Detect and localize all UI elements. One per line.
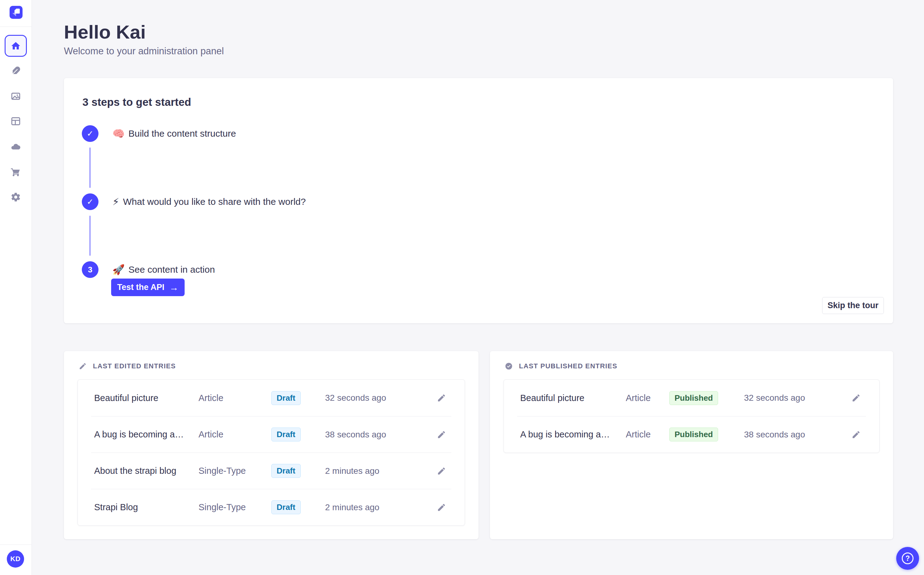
entry-title: Beautiful picture [520,393,626,403]
entry-title: A bug is becoming a… [520,429,626,440]
strapi-logo-mark-shadow [12,13,16,16]
status-text: Draft [277,466,295,475]
sidebar-item-media-library[interactable] [5,85,27,107]
entry-time: 32 seconds ago [744,393,849,403]
entry-type: Article [199,393,271,403]
sidebar-item-settings[interactable] [5,186,27,208]
entry-time: 38 seconds ago [325,430,435,440]
sidebar-item-content-manager[interactable] [5,60,27,82]
page-subtitle: Welcome to your administration panel [64,46,224,57]
last-edited-header: LAST EDITED ENTRIES [64,351,478,370]
step-label-text: See content in action [128,264,215,275]
step-number-badge: 3 [82,261,99,278]
step-done-check-icon: ✓ [82,194,99,210]
status-text: Draft [277,430,295,439]
status-badge: Draft [271,427,301,442]
rocket-emoji-icon: 🚀 [112,264,125,275]
edit-entry-button[interactable] [435,501,448,514]
step-connector [89,216,91,256]
layout-icon [11,116,21,127]
status-badge: Draft [271,464,301,478]
picture-icon [11,91,21,102]
last-edited-table: Beautiful picture Article Draft 32 secon… [78,380,465,526]
sidebar-item-deploy[interactable] [5,136,27,158]
avatar[interactable]: KD [7,550,24,568]
tour-step-1: ✓ 🧠 Build the content structure [82,125,236,142]
entry-time: 2 minutes ago [325,466,435,476]
last-published-header: LAST PUBLISHED ENTRIES [490,351,893,370]
home-icon [11,41,21,51]
entry-time: 2 minutes ago [325,502,435,512]
question-mark-icon: ? [902,553,913,564]
table-row[interactable]: About the strapi blog Single-Type Draft … [91,453,451,489]
test-api-label: Test the API [117,283,164,292]
gear-icon [11,192,21,202]
section-title: LAST PUBLISHED ENTRIES [519,362,617,370]
last-published-card: LAST PUBLISHED ENTRIES Beautiful picture… [490,351,893,539]
last-edited-card: LAST EDITED ENTRIES Beautiful picture Ar… [64,351,478,539]
check-glyph: ✓ [87,129,94,138]
step-label: 🚀 See content in action [112,264,215,275]
entry-title: Strapi Blog [94,502,199,512]
status-text: Published [675,393,713,403]
status-text: Draft [277,393,295,403]
pencil-icon [79,362,87,370]
test-api-button[interactable]: Test the API → [111,278,185,296]
onboarding-card: 3 steps to get started ✓ 🧠 Build the con… [64,78,893,323]
feather-pen-icon [11,66,21,76]
step-done-check-icon: ✓ [82,125,99,142]
entry-time: 32 seconds ago [325,393,435,403]
lightning-emoji-icon: ⚡ [112,196,119,208]
entry-title: A bug is becoming a… [94,429,199,440]
shopping-cart-icon [11,167,21,177]
section-title: LAST EDITED ENTRIES [93,362,176,370]
entry-time: 38 seconds ago [744,430,849,440]
brain-emoji-icon: 🧠 [112,128,125,140]
edit-entry-button[interactable] [435,428,448,442]
page-title: Hello Kai [64,21,146,43]
last-published-table: Beautiful picture Article Published 32 s… [503,380,879,453]
step-number: 3 [88,265,92,275]
status-text: Draft [277,502,295,512]
app-root: KD Hello Kai Welcome to your administrat… [0,0,924,575]
table-row[interactable]: A bug is becoming a… Article Published 3… [517,416,866,453]
table-row[interactable]: Strapi Blog Single-Type Draft 2 minutes … [91,489,451,525]
sidebar-divider [0,27,32,27]
pencil-icon [851,393,861,403]
skip-tour-button[interactable]: Skip the tour [822,297,884,314]
edit-entry-button[interactable] [435,464,448,478]
help-button[interactable]: ? [896,547,919,570]
edit-entry-button[interactable] [849,428,863,442]
pencil-icon [437,503,446,512]
pencil-icon [437,393,446,403]
cloud-icon [11,141,21,152]
strapi-logo-mark [14,9,20,14]
entry-type: Article [626,393,669,403]
edit-entry-button[interactable] [435,391,448,405]
sidebar-item-home[interactable] [5,35,27,57]
step-label: 🧠 Build the content structure [112,128,236,140]
pencil-icon [851,430,861,439]
status-badge: Draft [271,391,301,405]
sidebar-divider-bottom [0,545,32,545]
pencil-icon [437,466,446,476]
table-row[interactable]: Beautiful picture Article Draft 32 secon… [91,380,451,416]
entry-title: About the strapi blog [94,466,199,476]
sidebar-item-marketplace[interactable] [5,161,27,183]
tour-step-2: ✓ ⚡ What would you like to share with th… [82,194,306,210]
check-glyph: ✓ [87,197,94,206]
main-content: Hello Kai Welcome to your administration… [32,0,924,575]
sidebar-item-content-type-builder[interactable] [5,110,27,132]
strapi-logo[interactable] [10,6,22,19]
step-label-text: What would you like to share with the wo… [123,197,306,207]
step-label: ⚡ What would you like to share with the … [112,196,306,208]
status-badge: Published [669,391,718,405]
step-label-text: Build the content structure [128,128,236,139]
table-row[interactable]: A bug is becoming a… Article Draft 38 se… [91,416,451,453]
entry-type: Article [626,429,669,440]
entry-type: Single-Type [199,502,271,512]
edit-entry-button[interactable] [849,391,863,405]
table-row[interactable]: Beautiful picture Article Published 32 s… [517,380,866,416]
check-circle-icon [505,362,513,370]
status-badge: Draft [271,500,301,514]
